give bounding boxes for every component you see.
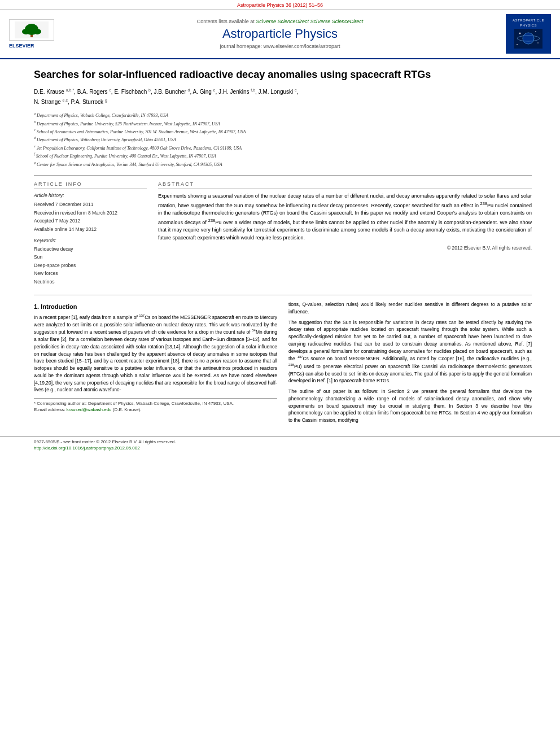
divider-1 xyxy=(34,175,532,176)
keyword-1: Radioactive decay xyxy=(34,245,147,253)
abstract-heading: ABSTRACT xyxy=(158,181,532,189)
accepted-date: Accepted 7 May 2012 xyxy=(34,217,147,225)
body-content: 1. Introduction In a recent paper [1], e… xyxy=(34,301,532,427)
copyright-line: © 2012 Elsevier B.V. All rights reserved… xyxy=(158,245,532,251)
top-bar: Astroparticle Physics 36 (2012) 51–56 xyxy=(0,0,560,10)
journal-logo-area: ASTROPARTICLEPHYSICS xyxy=(495,14,551,54)
svg-point-3 xyxy=(22,29,30,34)
email-label: E-mail address: xyxy=(34,407,65,412)
svg-point-10 xyxy=(537,42,539,43)
abstract-column: ABSTRACT Experiments showing a seasonal … xyxy=(158,181,532,286)
intro-paragraph-1: In a recent paper [1], early data from a… xyxy=(34,313,277,394)
affil-f: f School of Nuclear Engineering, Purdue … xyxy=(34,152,532,160)
email-address[interactable]: kraused@wabash.edu xyxy=(67,407,112,412)
footer: 0927-6505/$ - see front matter © 2012 El… xyxy=(0,436,560,454)
elsevier-tree-icon xyxy=(15,21,49,38)
journal-logo-title: ASTROPARTICLEPHYSICS xyxy=(513,18,544,28)
svg-point-9 xyxy=(535,31,536,32)
keyword-4: New forces xyxy=(34,269,147,277)
affil-d: d Department of Physics, Wittenberg Univ… xyxy=(34,136,532,143)
body-left-column: 1. Introduction In a recent paper [1], e… xyxy=(34,301,277,427)
affil-c: c School of Aeronautics and Astronautics… xyxy=(34,128,532,136)
article-info-abstract-section: ARTICLE INFO Article history: Received 7… xyxy=(34,181,532,286)
keyword-2: Sun xyxy=(34,253,147,261)
article-info-column: ARTICLE INFO Article history: Received 7… xyxy=(34,181,147,286)
elsevier-logo-area: ELSEVIER xyxy=(9,19,65,49)
body-right-column: tions, Q-values, selection rules) would … xyxy=(288,301,532,427)
main-content: Searches for solar-influenced radioactiv… xyxy=(0,59,560,436)
keywords-heading: Keywords: xyxy=(34,238,147,243)
intro-title: Introduction xyxy=(41,303,77,310)
email-line: E-mail address: kraused@wabash.edu (D.E.… xyxy=(34,407,277,412)
abstract-text: Experiments showing a seasonal variation… xyxy=(158,193,532,242)
article-history-label: Article history: xyxy=(34,193,147,198)
intro-number: 1. xyxy=(34,303,39,310)
journal-logo-image xyxy=(514,29,542,49)
keywords-list: Radioactive decay Sun Deep-space probes … xyxy=(34,245,147,286)
right-para-2: The suggestion that the Sun is responsib… xyxy=(288,319,532,385)
journal-logo-box: ASTROPARTICLEPHYSICS xyxy=(506,14,551,54)
affil-a: a Department of Physics, Wabash College,… xyxy=(34,111,532,119)
article-info-heading: ARTICLE INFO xyxy=(34,181,147,189)
sciverse-link-text[interactable]: SciVerse ScienceDirect xyxy=(310,19,364,24)
right-para-3: The outline of our paper is as follows: … xyxy=(288,388,532,424)
paper-title: Searches for solar-influenced radioactiv… xyxy=(34,68,532,81)
footer-doi: http://dx.doi.org/10.1016/j.astropartphy… xyxy=(34,445,526,451)
revised-date: Received in revised form 8 March 2012 xyxy=(34,209,147,217)
journal-header: ELSEVIER Contents lists available at Sci… xyxy=(0,10,560,59)
elsevier-logo: ELSEVIER xyxy=(9,19,65,49)
affil-e: e Jet Propulsion Laboratory, California … xyxy=(34,144,532,152)
journal-citation: Astroparticle Physics 36 (2012) 51–56 xyxy=(237,2,323,8)
keyword-3: Deep-space probes xyxy=(34,261,147,269)
journal-title: Astroparticle Physics xyxy=(77,27,483,41)
affil-g: g Center for Space Science and Astrophys… xyxy=(34,160,532,168)
journal-logo-icon xyxy=(514,29,542,49)
journal-homepage: journal homepage: www.elsevier.com/locat… xyxy=(77,43,483,49)
keyword-5: Neutrinos xyxy=(34,278,147,286)
svg-point-8 xyxy=(519,32,521,34)
svg-point-11 xyxy=(517,44,518,45)
journal-header-center: Contents lists available at SciVerse Sci… xyxy=(65,19,495,49)
received-date: Received 7 December 2011 xyxy=(34,200,147,208)
affiliations: a Department of Physics, Wabash College,… xyxy=(34,111,532,168)
divider-2 xyxy=(34,295,532,295)
doi-link[interactable]: http://dx.doi.org/10.1016/j.astropartphy… xyxy=(34,445,140,451)
email-author: (D.E. Krause). xyxy=(113,407,142,412)
footnote-section: * Corresponding author at: Department of… xyxy=(34,398,277,412)
article-dates: Received 7 December 2011 Received in rev… xyxy=(34,200,147,233)
corresponding-author-note: * Corresponding author at: Department of… xyxy=(34,401,277,406)
intro-section-title: 1. Introduction xyxy=(34,303,277,310)
online-date: Available online 14 May 2012 xyxy=(34,225,147,233)
svg-point-4 xyxy=(33,29,41,34)
authors-line: D.E. Krause a,b,*, B.A. Rogers c, E. Fis… xyxy=(34,87,532,107)
affil-b: b Department of Physics, Purdue Universi… xyxy=(34,120,532,128)
sciverse-link[interactable]: SciVerse ScienceDirect xyxy=(256,19,309,24)
elsevier-wordmark: ELSEVIER xyxy=(9,43,34,49)
elsevier-logo-box xyxy=(9,19,54,41)
svg-point-6 xyxy=(523,33,534,44)
footer-copyright: 0927-6505/$ - see front matter © 2012 El… xyxy=(34,439,526,444)
right-para-1: tions, Q-values, selection rules) would … xyxy=(288,301,532,316)
contents-line: Contents lists available at SciVerse Sci… xyxy=(77,19,483,24)
